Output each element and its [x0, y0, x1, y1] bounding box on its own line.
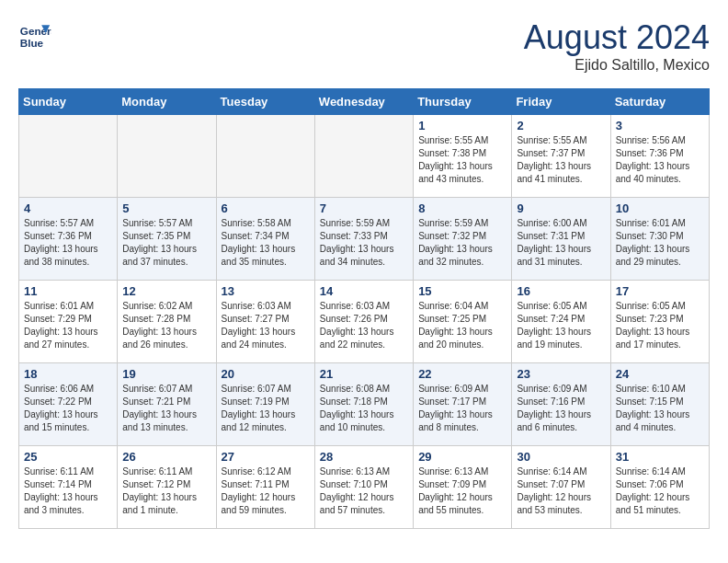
day-info: Sunrise: 5:55 AM Sunset: 7:38 PM Dayligh…	[418, 134, 506, 186]
day-info: Sunrise: 6:01 AM Sunset: 7:30 PM Dayligh…	[616, 217, 704, 269]
calendar-day-cell: 6Sunrise: 5:58 AM Sunset: 7:34 PM Daylig…	[216, 198, 314, 281]
weekday-header-monday: Monday	[118, 89, 216, 115]
day-number: 18	[24, 367, 112, 381]
day-number: 7	[320, 201, 408, 215]
calendar-day-cell	[314, 115, 413, 198]
day-info: Sunrise: 6:08 AM Sunset: 7:18 PM Dayligh…	[320, 383, 408, 434]
day-number: 26	[122, 450, 210, 464]
day-number: 2	[517, 119, 605, 132]
calendar-day-cell: 12Sunrise: 6:02 AM Sunset: 7:28 PM Dayli…	[118, 281, 216, 363]
calendar-day-cell: 9Sunrise: 6:00 AM Sunset: 7:31 PM Daylig…	[512, 198, 610, 281]
day-number: 19	[122, 367, 210, 381]
day-number: 10	[616, 201, 704, 215]
calendar-day-cell: 27Sunrise: 6:12 AM Sunset: 7:11 PM Dayli…	[216, 446, 314, 529]
calendar-day-cell: 22Sunrise: 6:09 AM Sunset: 7:17 PM Dayli…	[414, 363, 512, 446]
day-info: Sunrise: 5:59 AM Sunset: 7:32 PM Dayligh…	[418, 217, 506, 269]
day-number: 13	[222, 284, 310, 298]
day-number: 31	[616, 450, 704, 464]
month-title: August 2024	[524, 18, 710, 57]
day-number: 20	[222, 367, 310, 381]
weekday-header-tuesday: Tuesday	[216, 89, 314, 115]
day-info: Sunrise: 6:13 AM Sunset: 7:09 PM Dayligh…	[418, 465, 506, 517]
day-info: Sunrise: 6:03 AM Sunset: 7:27 PM Dayligh…	[222, 300, 310, 351]
day-number: 25	[24, 450, 112, 464]
day-number: 8	[418, 201, 506, 215]
day-info: Sunrise: 6:10 AM Sunset: 7:15 PM Dayligh…	[616, 383, 704, 434]
calendar-week-row: 25Sunrise: 6:11 AM Sunset: 7:14 PM Dayli…	[19, 446, 710, 529]
calendar-day-cell: 13Sunrise: 6:03 AM Sunset: 7:27 PM Dayli…	[216, 281, 314, 363]
day-info: Sunrise: 6:04 AM Sunset: 7:25 PM Dayligh…	[418, 300, 506, 351]
logo: General Blue	[18, 18, 55, 52]
day-info: Sunrise: 6:12 AM Sunset: 7:11 PM Dayligh…	[222, 465, 310, 517]
location-title: Ejido Saltillo, Mexico	[524, 57, 710, 74]
calendar-day-cell: 11Sunrise: 6:01 AM Sunset: 7:29 PM Dayli…	[19, 281, 118, 363]
day-info: Sunrise: 6:02 AM Sunset: 7:28 PM Dayligh…	[122, 300, 210, 351]
day-number: 14	[320, 284, 408, 298]
calendar-day-cell: 19Sunrise: 6:07 AM Sunset: 7:21 PM Dayli…	[118, 363, 216, 446]
day-number: 1	[418, 119, 506, 132]
day-info: Sunrise: 6:05 AM Sunset: 7:24 PM Dayligh…	[517, 300, 605, 351]
weekday-header-friday: Friday	[512, 89, 610, 115]
day-number: 27	[222, 450, 310, 464]
day-info: Sunrise: 6:07 AM Sunset: 7:21 PM Dayligh…	[122, 383, 210, 434]
weekday-header-saturday: Saturday	[610, 89, 709, 115]
day-info: Sunrise: 6:05 AM Sunset: 7:23 PM Dayligh…	[616, 300, 704, 351]
day-number: 17	[616, 284, 704, 298]
day-number: 21	[320, 367, 408, 381]
calendar-day-cell: 21Sunrise: 6:08 AM Sunset: 7:18 PM Dayli…	[314, 363, 413, 446]
calendar-day-cell: 7Sunrise: 5:59 AM Sunset: 7:33 PM Daylig…	[314, 198, 413, 281]
calendar-week-row: 1Sunrise: 5:55 AM Sunset: 7:38 PM Daylig…	[19, 115, 710, 198]
day-info: Sunrise: 5:59 AM Sunset: 7:33 PM Dayligh…	[320, 217, 408, 269]
day-info: Sunrise: 6:14 AM Sunset: 7:07 PM Dayligh…	[517, 465, 605, 517]
day-info: Sunrise: 5:55 AM Sunset: 7:37 PM Dayligh…	[517, 134, 605, 186]
day-number: 30	[517, 450, 605, 464]
calendar-table: SundayMondayTuesdayWednesdayThursdayFrid…	[18, 88, 710, 529]
day-info: Sunrise: 6:01 AM Sunset: 7:29 PM Dayligh…	[24, 300, 112, 351]
day-info: Sunrise: 5:56 AM Sunset: 7:36 PM Dayligh…	[616, 134, 704, 186]
calendar-week-row: 18Sunrise: 6:06 AM Sunset: 7:22 PM Dayli…	[19, 363, 710, 446]
calendar-day-cell	[118, 115, 216, 198]
calendar-day-cell: 15Sunrise: 6:04 AM Sunset: 7:25 PM Dayli…	[414, 281, 512, 363]
calendar-day-cell: 2Sunrise: 5:55 AM Sunset: 7:37 PM Daylig…	[512, 115, 610, 198]
calendar-day-cell: 25Sunrise: 6:11 AM Sunset: 7:14 PM Dayli…	[19, 446, 118, 529]
day-info: Sunrise: 6:03 AM Sunset: 7:26 PM Dayligh…	[320, 300, 408, 351]
day-number: 3	[616, 119, 704, 132]
day-info: Sunrise: 6:13 AM Sunset: 7:10 PM Dayligh…	[320, 465, 408, 517]
day-info: Sunrise: 6:00 AM Sunset: 7:31 PM Dayligh…	[517, 217, 605, 269]
title-block: August 2024 Ejido Saltillo, Mexico	[524, 18, 710, 74]
calendar-day-cell: 5Sunrise: 5:57 AM Sunset: 7:35 PM Daylig…	[118, 198, 216, 281]
calendar-day-cell: 1Sunrise: 5:55 AM Sunset: 7:38 PM Daylig…	[414, 115, 512, 198]
day-info: Sunrise: 6:11 AM Sunset: 7:14 PM Dayligh…	[24, 465, 112, 517]
day-number: 24	[616, 367, 704, 381]
day-number: 29	[418, 450, 506, 464]
day-info: Sunrise: 6:09 AM Sunset: 7:17 PM Dayligh…	[418, 383, 506, 434]
weekday-header-row: SundayMondayTuesdayWednesdayThursdayFrid…	[19, 89, 710, 115]
calendar-day-cell: 29Sunrise: 6:13 AM Sunset: 7:09 PM Dayli…	[414, 446, 512, 529]
calendar-day-cell: 8Sunrise: 5:59 AM Sunset: 7:32 PM Daylig…	[414, 198, 512, 281]
day-info: Sunrise: 5:57 AM Sunset: 7:35 PM Dayligh…	[122, 217, 210, 269]
calendar-day-cell: 26Sunrise: 6:11 AM Sunset: 7:12 PM Dayli…	[118, 446, 216, 529]
day-number: 16	[517, 284, 605, 298]
calendar-day-cell: 30Sunrise: 6:14 AM Sunset: 7:07 PM Dayli…	[512, 446, 610, 529]
calendar-day-cell: 28Sunrise: 6:13 AM Sunset: 7:10 PM Dayli…	[314, 446, 413, 529]
day-number: 28	[320, 450, 408, 464]
calendar-day-cell: 17Sunrise: 6:05 AM Sunset: 7:23 PM Dayli…	[610, 281, 709, 363]
day-info: Sunrise: 6:14 AM Sunset: 7:06 PM Dayligh…	[616, 465, 704, 517]
day-number: 4	[24, 201, 112, 215]
day-number: 9	[517, 201, 605, 215]
weekday-header-thursday: Thursday	[414, 89, 512, 115]
day-number: 6	[222, 201, 310, 215]
day-number: 11	[24, 284, 112, 298]
calendar-day-cell: 24Sunrise: 6:10 AM Sunset: 7:15 PM Dayli…	[610, 363, 709, 446]
day-info: Sunrise: 5:58 AM Sunset: 7:34 PM Dayligh…	[222, 217, 310, 269]
calendar-day-cell: 3Sunrise: 5:56 AM Sunset: 7:36 PM Daylig…	[610, 115, 709, 198]
day-number: 12	[122, 284, 210, 298]
calendar-day-cell: 4Sunrise: 5:57 AM Sunset: 7:36 PM Daylig…	[19, 198, 118, 281]
calendar-day-cell: 14Sunrise: 6:03 AM Sunset: 7:26 PM Dayli…	[314, 281, 413, 363]
calendar-day-cell	[19, 115, 118, 198]
logo-icon: General Blue	[18, 18, 51, 52]
weekday-header-wednesday: Wednesday	[314, 89, 413, 115]
calendar-day-cell: 23Sunrise: 6:09 AM Sunset: 7:16 PM Dayli…	[512, 363, 610, 446]
day-info: Sunrise: 6:07 AM Sunset: 7:19 PM Dayligh…	[222, 383, 310, 434]
calendar-day-cell	[216, 115, 314, 198]
